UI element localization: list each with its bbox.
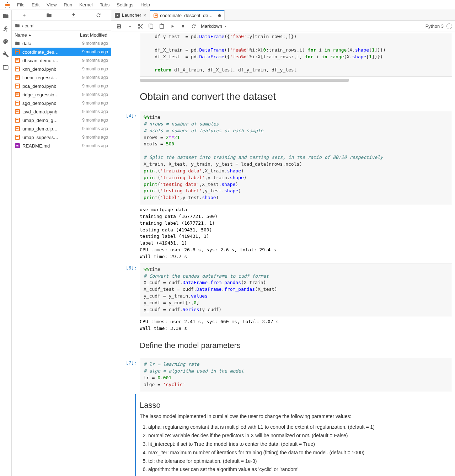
code-input[interactable]: %%time # nrows = number of samples # nco… bbox=[140, 111, 452, 204]
file-name: data bbox=[22, 41, 73, 46]
tabs-icon[interactable] bbox=[2, 64, 9, 70]
breadcrumb[interactable]: › cuml bbox=[12, 21, 111, 31]
markdown-cell[interactable]: Obtain and convert the dataset bbox=[114, 83, 452, 109]
list-item: max_iter: maximum number of iterations f… bbox=[148, 449, 452, 457]
file-modified: 9 months ago bbox=[73, 135, 108, 140]
paste-icon[interactable] bbox=[157, 22, 167, 31]
file-item[interactable]: umap_supervis…9 months ago bbox=[12, 133, 111, 141]
file-modified: 9 months ago bbox=[73, 41, 108, 46]
file-modified: 9 months ago bbox=[73, 49, 108, 54]
markdown-cell[interactable]: Define the model parameters bbox=[114, 333, 452, 357]
kernel-status-icon[interactable] bbox=[446, 23, 452, 29]
file-item[interactable]: ridge_regressio…9 months ago bbox=[12, 90, 111, 99]
file-item[interactable]: umap_demo_g…9 months ago bbox=[12, 116, 111, 124]
menu-help[interactable]: Help bbox=[137, 1, 154, 9]
svg-point-1 bbox=[9, 6, 10, 7]
code-cell[interactable]: [6]: %%time # Convert the pandas datafra… bbox=[114, 262, 452, 333]
notebook-icon bbox=[15, 58, 20, 63]
launcher-icon: ▲ bbox=[115, 13, 120, 18]
commands-icon[interactable] bbox=[2, 38, 9, 45]
menu-edit[interactable]: Edit bbox=[28, 1, 43, 9]
new-folder-icon[interactable] bbox=[46, 12, 52, 18]
upload-icon[interactable] bbox=[71, 12, 76, 18]
file-modified: 9 months ago bbox=[73, 58, 108, 63]
file-modified: 9 months ago bbox=[73, 109, 108, 114]
restart-icon[interactable] bbox=[189, 22, 199, 31]
file-toolbar: ＋ bbox=[12, 10, 111, 21]
code-input[interactable]: %%time # Convert the pandas dataframe to… bbox=[140, 263, 452, 316]
menu-view[interactable]: View bbox=[43, 1, 60, 9]
file-item[interactable]: M↓README.md9 months ago bbox=[12, 141, 111, 150]
file-item[interactable]: knn_demo.ipynb9 months ago bbox=[12, 65, 111, 73]
file-item[interactable]: linear_regressi…9 months ago bbox=[12, 73, 111, 82]
file-item[interactable]: pca_demo.ipynb9 months ago bbox=[12, 82, 111, 90]
code-cell[interactable]: [7]: # lr = learning rate # algo = algor… bbox=[114, 357, 452, 392]
insert-cell-icon[interactable]: ＋ bbox=[125, 22, 135, 31]
notebook-icon bbox=[15, 92, 20, 97]
cell-prompt: [6]: bbox=[114, 263, 140, 332]
svg-point-0 bbox=[7, 2, 8, 3]
tab[interactable]: coordinate_descent_demo.i bbox=[150, 10, 225, 20]
stop-icon[interactable] bbox=[178, 22, 188, 31]
dirty-indicator-icon bbox=[218, 14, 221, 17]
refresh-icon[interactable] bbox=[96, 12, 101, 18]
file-item[interactable]: data9 months ago bbox=[12, 39, 111, 48]
file-item[interactable]: umap_demo.ip…9 months ago bbox=[12, 124, 111, 133]
menu-run[interactable]: Run bbox=[60, 1, 76, 9]
file-name: sgd_demo.ipynb bbox=[22, 101, 73, 106]
file-name: ridge_regressio… bbox=[22, 92, 73, 97]
sort-asc-icon: ▲ bbox=[28, 33, 32, 37]
notebook-icon bbox=[15, 134, 20, 140]
folder-icon bbox=[15, 41, 20, 46]
code-cell[interactable]: [4]: %%time # nrows = number of samples … bbox=[114, 109, 452, 262]
file-browser-icon[interactable] bbox=[2, 13, 9, 19]
file-item[interactable]: coordinate_des…9 months ago bbox=[12, 48, 111, 56]
cell-output: CPU times: user 2.41 s, sys: 660 ms, tot… bbox=[140, 316, 452, 332]
file-name: umap_demo_g… bbox=[22, 118, 73, 123]
horizontal-scrollbar[interactable] bbox=[140, 79, 349, 82]
copy-icon[interactable] bbox=[146, 22, 156, 31]
menu-settings[interactable]: Settings bbox=[113, 1, 137, 9]
file-item[interactable]: tsvd_demo.ipynb9 months ago bbox=[12, 107, 111, 116]
cell-output: use mortgage data training data (1677721… bbox=[140, 204, 452, 260]
chevron-down-icon bbox=[224, 25, 227, 28]
kernel-name[interactable]: Python 3 bbox=[425, 23, 446, 29]
markdown-cell-active[interactable]: Lasso The lasso model implemented in cum… bbox=[114, 393, 452, 476]
code-cell[interactable]: df_y_test = pd.DataFrame({'fea0':y[train… bbox=[114, 32, 452, 83]
list-item: algorithm: the user can set the algorith… bbox=[148, 465, 452, 474]
folder-icon bbox=[15, 23, 20, 28]
file-item[interactable]: sgd_demo.ipynb9 months ago bbox=[12, 99, 111, 107]
close-icon[interactable]: × bbox=[143, 12, 146, 18]
cell-type-select[interactable]: Markdown bbox=[199, 23, 229, 30]
new-launcher-icon[interactable]: ＋ bbox=[21, 12, 27, 18]
file-name: README.md bbox=[22, 143, 73, 149]
cell-prompt bbox=[114, 33, 140, 82]
code-input[interactable]: df_y_test = pd.DataFrame({'fea0':y[train… bbox=[140, 33, 452, 77]
file-modified: 9 months ago bbox=[73, 143, 108, 148]
notebook-icon bbox=[15, 83, 20, 89]
run-icon[interactable] bbox=[167, 22, 177, 31]
heading: Define the model parameters bbox=[140, 341, 452, 350]
tab[interactable]: ▲Launcher× bbox=[111, 10, 150, 20]
menu-tabs[interactable]: Tabs bbox=[96, 1, 113, 9]
menu-bar: FileEditViewRunKernelTabsSettingsHelp bbox=[0, 0, 455, 10]
notebook-icon bbox=[15, 100, 20, 106]
activity-bar bbox=[0, 10, 12, 476]
file-modified: 9 months ago bbox=[73, 84, 108, 89]
code-input[interactable]: # lr = learning rate # algo = algorithm … bbox=[140, 358, 452, 391]
list-item: tol: the tolerance for optimization. (de… bbox=[148, 457, 452, 466]
running-icon[interactable] bbox=[2, 26, 9, 32]
cut-icon[interactable] bbox=[135, 22, 145, 31]
list-item: normalize: variable decides if the predi… bbox=[148, 432, 452, 440]
menu-kernel[interactable]: Kernel bbox=[76, 1, 96, 9]
breadcrumb-part[interactable]: cuml bbox=[25, 23, 34, 28]
menu-file[interactable]: File bbox=[14, 1, 28, 9]
file-modified: 9 months ago bbox=[73, 75, 108, 80]
file-list-header[interactable]: Name ▲ Last Modified bbox=[12, 31, 111, 39]
tab-label: Launcher bbox=[122, 12, 141, 18]
file-item[interactable]: dbscan_demo.i…9 months ago bbox=[12, 56, 111, 65]
notebook[interactable]: df_y_test = pd.DataFrame({'fea0':y[train… bbox=[111, 32, 455, 476]
tools-icon[interactable] bbox=[2, 51, 9, 58]
save-icon[interactable] bbox=[114, 22, 124, 31]
file-name: coordinate_des… bbox=[22, 49, 73, 55]
